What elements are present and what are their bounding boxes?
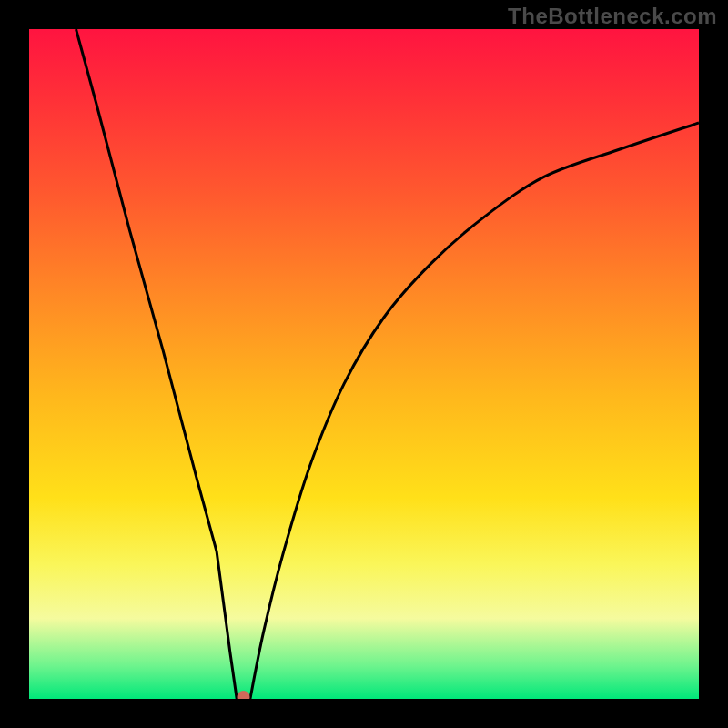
bottleneck-point-marker bbox=[238, 691, 250, 699]
curve-left-branch bbox=[76, 29, 238, 699]
watermark-text: TheBottleneck.com bbox=[508, 4, 717, 29]
chart-frame: TheBottleneck.com bbox=[0, 0, 728, 728]
plot-area bbox=[29, 29, 699, 699]
bottleneck-curve bbox=[29, 29, 699, 699]
curve-right-branch bbox=[250, 123, 699, 699]
